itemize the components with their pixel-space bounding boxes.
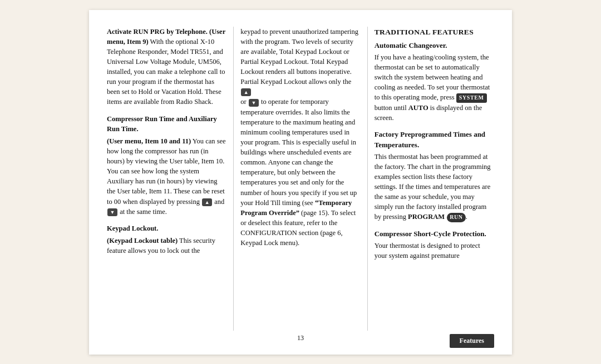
- section-compressor-run-body: You can see how long the compressor has …: [107, 137, 226, 206]
- section-compressor-run-title: Compressor Run Time and Auxiliary Run Ti…: [107, 114, 226, 134]
- page: Activate RUN PRG by Telephone. (User men…: [89, 10, 512, 355]
- column-2: keypad to prevent unauthorized tampering…: [235, 27, 366, 331]
- col2-body-cont: keypad to prevent unauthorized tampering…: [240, 28, 358, 86]
- traditional-features-header: TRADITIONAL FEATURES: [375, 27, 494, 38]
- arrow-down-icon: [107, 208, 117, 216]
- compressor-short-title: Compressor Short-Cycle Protection.: [375, 229, 494, 240]
- col2-body: keypad to prevent unauthorized tampering…: [240, 27, 360, 248]
- auto-changeover-body2: button until: [375, 104, 408, 112]
- section-keypad-lockout-bold: (Keypad Lockout table): [107, 237, 178, 245]
- factory-preprogrammed-body-text: This thermostat has been programmed at t…: [375, 153, 491, 221]
- col2-body-cont2: or: [240, 98, 246, 106]
- section-keypad-lockout: Keypad Lockout. (Keypad Lockout table) T…: [107, 223, 226, 256]
- section-compressor-run-bold: (User menu, Item 10 and 11): [107, 137, 191, 145]
- section-compressor-run: Compressor Run Time and Auxiliary Run Ti…: [107, 114, 226, 217]
- factory-preprogrammed-end: .: [466, 213, 467, 221]
- arrow-down-2-icon: [249, 99, 259, 107]
- arrow-up-icon: [202, 198, 212, 206]
- system-badge: SYSTEM: [456, 93, 487, 103]
- program-bold: PROGRAM: [408, 213, 445, 221]
- auto-changeover-body: If you have a heating/cooling system, th…: [375, 52, 494, 123]
- arrow-up-2-icon: [241, 88, 251, 96]
- section-compressor-short: Compressor Short-Cycle Protection. Your …: [375, 229, 494, 261]
- run-badge: RUN: [447, 213, 465, 222]
- factory-preprogrammed-body: This thermostat has been programmed at t…: [375, 152, 494, 222]
- compressor-short-body: Your thermostat is designed to protect y…: [375, 241, 494, 261]
- section-compressor-run-final: at the same time.: [120, 208, 167, 216]
- section-activate-run-title: Activate RUN PRG by Telephone.: [107, 28, 208, 36]
- auto-changeover-title: Automatic Changeover.: [375, 41, 494, 51]
- factory-preprogrammed-title: Factory Preprogrammed Times and Temperat…: [375, 129, 494, 151]
- section-keypad-lockout-title: Keypad Lockout.: [107, 223, 226, 233]
- divider-1: [233, 27, 234, 331]
- page-number: 13: [107, 334, 494, 342]
- section-factory-preprogrammed: Factory Preprogrammed Times and Temperat…: [375, 129, 494, 222]
- column-3: TRADITIONAL FEATURES Automatic Changeove…: [369, 27, 494, 331]
- section-traditional: TRADITIONAL FEATURES Automatic Changeove…: [375, 27, 494, 123]
- column-1: Activate RUN PRG by Telephone. (User men…: [107, 27, 232, 331]
- auto-bold: AUTO: [408, 104, 428, 112]
- col2-body-cont3: to operate for temporary temperature ove…: [240, 98, 357, 206]
- divider-2: [367, 27, 368, 331]
- section-activate-run-body: With the optional X-10 Telephone Respond…: [107, 38, 225, 106]
- features-tab: Features: [450, 334, 494, 348]
- section-activate-run: Activate RUN PRG by Telephone. (User men…: [107, 27, 226, 107]
- section-compressor-run-and: and: [214, 198, 224, 206]
